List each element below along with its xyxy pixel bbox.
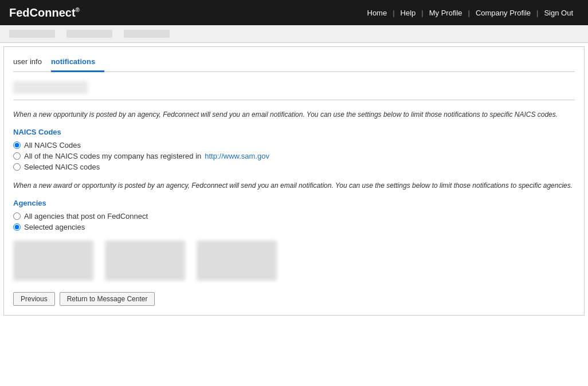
agency-box-1 — [13, 241, 93, 281]
nav-company-profile[interactable]: Company Profile — [470, 9, 536, 17]
agency-selection-boxes — [13, 241, 575, 281]
logo-text: FedConnect — [9, 6, 76, 19]
agencies-option-selected: Selected agencies — [13, 223, 575, 231]
user-name-blurred — [13, 81, 88, 94]
nav-help[interactable]: Help — [395, 9, 422, 17]
naics-radio-selected[interactable] — [13, 163, 21, 171]
agencies-radio-all[interactable] — [13, 212, 21, 220]
agencies-heading: Agencies — [13, 199, 575, 207]
agency-box-3 — [197, 241, 277, 281]
footer-buttons: Previous Return to Message Center — [13, 292, 575, 306]
naics-option-registered: All of the NAICS codes my company has re… — [13, 152, 575, 160]
agencies-option-all: All agencies that post on FedConnect — [13, 212, 575, 220]
agency-notification-text: When a new award or opportunity is poste… — [13, 180, 575, 191]
agencies-label-selected: Selected agencies — [24, 223, 85, 231]
tab-bar: user info notifications — [13, 53, 575, 72]
naics-heading: NAICS Codes — [13, 128, 575, 136]
agencies-radio-group: All agencies that post on FedConnect Sel… — [13, 212, 575, 231]
breadcrumb-1 — [9, 30, 55, 38]
naics-radio-all[interactable] — [13, 141, 21, 149]
breadcrumb-3 — [124, 30, 170, 38]
agency-box-2 — [105, 241, 185, 281]
nav-my-profile[interactable]: My Profile — [424, 9, 468, 17]
tab-notifications[interactable]: notifications — [51, 53, 104, 72]
naics-label-selected: Selected NAICS codes — [24, 163, 100, 171]
main-content: user info notifications When a new oppor… — [3, 46, 585, 316]
logo: FedConnect® — [9, 6, 80, 19]
breadcrumb-2 — [66, 30, 112, 38]
main-nav: Home | Help | My Profile | Company Profi… — [362, 9, 579, 17]
previous-button[interactable]: Previous — [13, 292, 55, 306]
header: FedConnect® Home | Help | My Profile | C… — [0, 0, 588, 25]
naics-option-selected: Selected NAICS codes — [13, 163, 575, 171]
section-divider — [13, 100, 575, 100]
breadcrumb-bar — [0, 25, 588, 43]
naics-label-all: All NAICS Codes — [24, 141, 81, 149]
nav-sign-out[interactable]: Sign Out — [538, 9, 579, 17]
agencies-radio-selected[interactable] — [13, 223, 21, 231]
sam-gov-link[interactable]: http://www.sam.gov — [205, 152, 269, 160]
naics-option-all: All NAICS Codes — [13, 141, 575, 149]
tab-user-info[interactable]: user info — [13, 53, 51, 71]
naics-notification-text: When a new opportunity is posted by an a… — [13, 109, 575, 120]
return-to-message-center-button[interactable]: Return to Message Center — [60, 292, 155, 306]
agencies-label-all: All agencies that post on FedConnect — [24, 212, 148, 220]
nav-home[interactable]: Home — [362, 9, 393, 17]
naics-label-registered: All of the NAICS codes my company has re… — [24, 152, 201, 160]
naics-radio-group: All NAICS Codes All of the NAICS codes m… — [13, 141, 575, 171]
naics-radio-registered[interactable] — [13, 152, 21, 160]
